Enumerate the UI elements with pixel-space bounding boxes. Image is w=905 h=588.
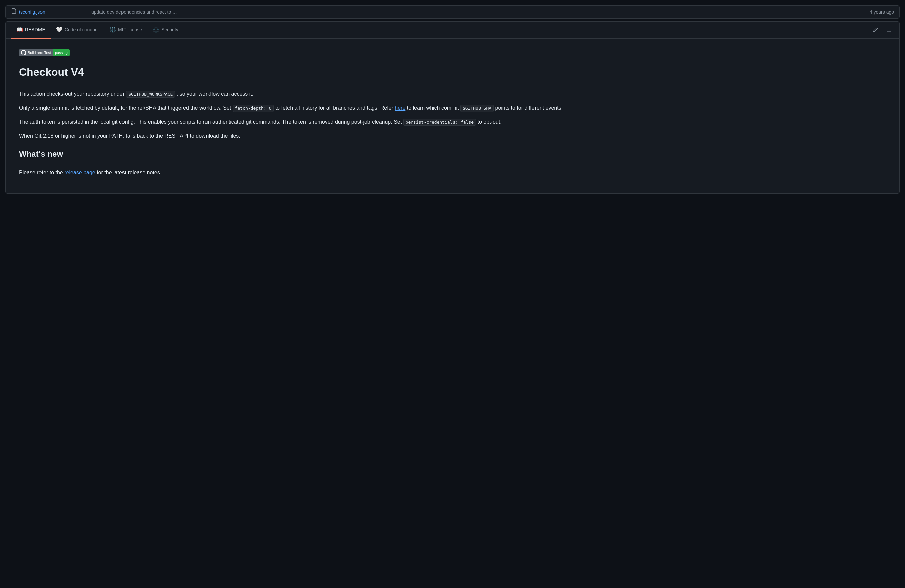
tab-readme[interactable]: 📖 README [11, 22, 51, 38]
readme-content: Build and Test passing Checkout V4 This … [6, 38, 899, 193]
readme-title: Checkout V4 [19, 64, 886, 84]
p1-code1: $GITHUB_WORKSPACE [126, 91, 175, 98]
readme-paragraph-1: This action checks-out your repository u… [19, 90, 886, 99]
tab-actions [870, 26, 894, 34]
tab-security[interactable]: ⚖️ Security [147, 22, 184, 38]
p3-text-after: to opt-out. [476, 119, 502, 125]
file-row-tsconfig: tsconfig.json update dev dependencies an… [5, 5, 900, 19]
toc-button[interactable] [883, 26, 894, 34]
badge-left: Build and Test [19, 49, 53, 56]
badge-left-text: Build and Test [28, 50, 51, 56]
whats-new-paragraph: Please refer to the release page for the… [19, 168, 886, 177]
whats-new-heading: What's new [19, 148, 886, 163]
tab-mit-license[interactable]: ⚖️ MIT license [104, 22, 147, 38]
readme-tabs: 📖 README 🤍 Code of conduct ⚖️ MIT licens… [6, 22, 899, 38]
readme-container: 📖 README 🤍 Code of conduct ⚖️ MIT licens… [5, 21, 900, 194]
whats-new-text-after: for the latest release notes. [97, 170, 161, 175]
p2-text-after: points to for different events. [494, 105, 563, 111]
p2-link-here[interactable]: here [395, 105, 405, 111]
p2-text-before: Only a single commit is fetched by defau… [19, 105, 233, 111]
p2-code1: fetch-depth: 0 [233, 105, 274, 112]
p4-text: When Git 2.18 or higher is not in your P… [19, 133, 240, 138]
badge-right: passing [53, 49, 70, 56]
badge-container: Build and Test passing [19, 49, 886, 56]
release-page-link[interactable]: release page [64, 170, 95, 175]
scale-icon: ⚖️ [110, 26, 116, 34]
p2-text-mid: to fetch all history for all branches an… [274, 105, 395, 111]
file-timestamp: 4 years ago [870, 9, 894, 16]
readme-paragraph-3: The auth token is persisted in the local… [19, 118, 886, 126]
p2-text-mid2: to learn which commit [405, 105, 460, 111]
readme-paragraph-2: Only a single commit is fetched by defau… [19, 104, 886, 113]
file-icon [11, 8, 16, 16]
p3-code1: persist-credentials: false [403, 119, 476, 126]
commit-message: update dev dependencies and react to … [86, 9, 870, 16]
p2-code2: $GITHUB_SHA [460, 105, 494, 112]
p1-text-after: , so your workflow can access it. [175, 91, 253, 97]
p1-text-before: This action checks-out your repository u… [19, 91, 126, 97]
shield-icon: ⚖️ [152, 26, 159, 34]
tab-code-of-conduct[interactable]: 🤍 Code of conduct [51, 22, 104, 38]
book-icon: 📖 [16, 26, 23, 34]
whats-new-text-before: Please refer to the [19, 170, 63, 175]
p3-text-before: The auth token is persisted in the local… [19, 119, 403, 125]
edit-button[interactable] [870, 26, 881, 34]
heart-icon: 🤍 [56, 26, 63, 34]
badge-right-text: passing [55, 50, 68, 56]
readme-paragraph-4: When Git 2.18 or higher is not in your P… [19, 132, 886, 140]
file-name[interactable]: tsconfig.json [19, 9, 86, 16]
ci-badge: Build and Test passing [19, 49, 70, 56]
